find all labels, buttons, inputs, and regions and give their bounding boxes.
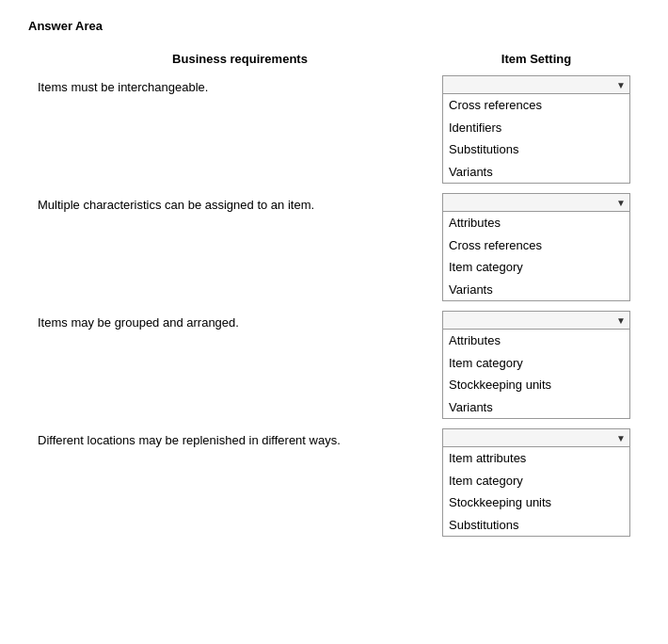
dropdown-arrow-1: ▼ — [616, 80, 626, 90]
option-2-2[interactable]: Cross references — [443, 234, 629, 257]
option-4-3[interactable]: Stockkeeping units — [443, 491, 629, 514]
item-setting-header: Item Setting — [442, 52, 630, 66]
col-left-header: Business requirements — [28, 52, 442, 66]
option-1-1[interactable]: Cross references — [443, 94, 629, 117]
option-3-3[interactable]: Stockkeeping units — [443, 374, 629, 396]
option-2-3[interactable]: Item category — [443, 256, 629, 279]
business-requirements-header: Business requirements — [38, 52, 442, 66]
dropdown-2[interactable]: ▼ Attributes Cross references Item categ… — [442, 193, 630, 301]
option-2-1[interactable]: Attributes — [443, 212, 629, 234]
option-3-4[interactable]: Variants — [443, 396, 629, 419]
option-1-2[interactable]: Identifiers — [443, 117, 629, 139]
dropdown-options-4: Item attributes Item category Stockkeepi… — [442, 447, 630, 537]
table-container: Business requirements Item Setting Items… — [28, 52, 640, 537]
dropdown-options-3: Attributes Item category Stockkeeping un… — [442, 330, 630, 419]
dropdown-arrow-3: ▼ — [616, 315, 626, 326]
question-row-4: Different locations may be replenished i… — [28, 428, 640, 537]
question-row-1: Items must be interchangeable. ▼ Cross r… — [28, 75, 640, 184]
dropdown-1[interactable]: ▼ Cross references Identifiers Substitut… — [442, 75, 630, 184]
question-text-1: Items must be interchangeable. — [28, 75, 442, 96]
answer-area-section: Answer Area Business requirements Item S… — [28, 19, 640, 537]
dropdown-options-1: Cross references Identifiers Substitutio… — [442, 94, 630, 184]
dropdown-arrow-2: ▼ — [616, 198, 626, 208]
question-text-3: Items may be grouped and arranged. — [28, 311, 442, 331]
dropdown-options-2: Attributes Cross references Item categor… — [442, 212, 630, 301]
dropdown-select-4[interactable]: ▼ — [442, 428, 630, 447]
question-row-2: Multiple characteristics can be assigned… — [28, 193, 640, 301]
dropdown-select-1[interactable]: ▼ — [442, 75, 630, 94]
dropdown-arrow-4: ▼ — [616, 433, 626, 443]
dropdown-3[interactable]: ▼ Attributes Item category Stockkeeping … — [442, 311, 630, 419]
option-4-4[interactable]: Substitutions — [443, 514, 629, 537]
answer-area-title: Answer Area — [28, 19, 640, 33]
question-text-4: Different locations may be replenished i… — [28, 428, 442, 449]
option-4-1[interactable]: Item attributes — [443, 447, 629, 470]
dropdown-4[interactable]: ▼ Item attributes Item category Stockkee… — [442, 428, 630, 537]
option-3-1[interactable]: Attributes — [443, 330, 629, 352]
option-3-2[interactable]: Item category — [443, 352, 629, 375]
option-1-3[interactable]: Substitutions — [443, 138, 629, 161]
option-2-4[interactable]: Variants — [443, 279, 629, 301]
header-row: Business requirements Item Setting — [28, 52, 640, 66]
dropdown-select-3[interactable]: ▼ — [442, 311, 630, 330]
col-right-header: Item Setting — [442, 52, 630, 66]
question-text-2: Multiple characteristics can be assigned… — [28, 193, 442, 214]
option-1-4[interactable]: Variants — [443, 161, 629, 184]
dropdown-select-2[interactable]: ▼ — [442, 193, 630, 212]
question-row-3: Items may be grouped and arranged. ▼ Att… — [28, 311, 640, 419]
option-4-2[interactable]: Item category — [443, 470, 629, 492]
